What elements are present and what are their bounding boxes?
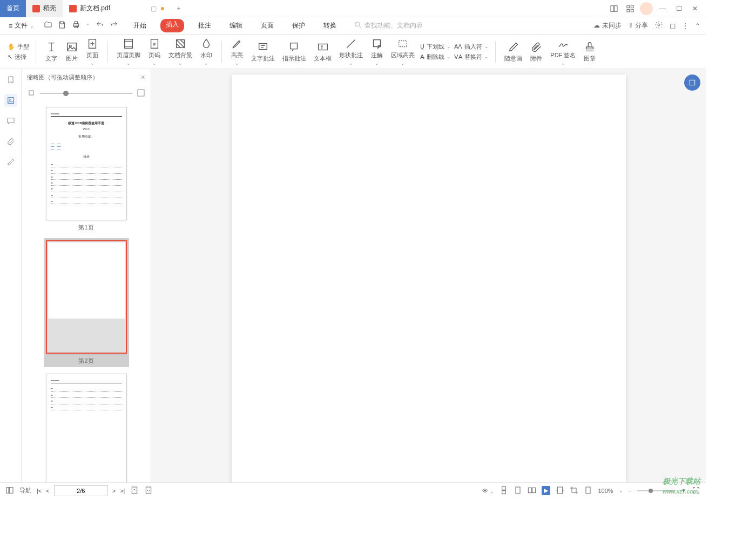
menu-convert[interactable]: 转换 xyxy=(319,19,341,32)
panel-close-button[interactable]: ✕ xyxy=(140,74,145,81)
svg-point-24 xyxy=(9,99,10,100)
undo-icon[interactable] xyxy=(96,21,104,31)
cursor-hand[interactable]: ✋手型 xyxy=(8,43,29,51)
share-button[interactable]: ⇪ 分享 xyxy=(628,21,648,30)
insert-before-icon[interactable] xyxy=(130,486,139,496)
window-icon[interactable]: ▢ xyxy=(670,22,676,30)
maximize-button[interactable]: ☐ xyxy=(672,2,685,15)
underline[interactable]: U̲下划线⌄ xyxy=(420,43,451,51)
sidetab-attach[interactable] xyxy=(4,135,17,148)
avatar-icon[interactable] xyxy=(640,2,653,15)
insert-char[interactable]: Aᐱ插入符⌄ xyxy=(454,43,489,51)
first-page-button[interactable]: |< xyxy=(37,488,42,494)
layout-icon[interactable] xyxy=(608,2,620,15)
document-view[interactable] xyxy=(151,69,706,482)
thumb-small-icon[interactable] xyxy=(27,89,36,99)
menu-page[interactable]: 页面 xyxy=(256,19,278,32)
divider xyxy=(107,41,108,63)
thumbnail-page-3[interactable]: ━━━━ ━━━━ xyxy=(46,374,127,482)
menu-protect[interactable]: 保护 xyxy=(288,19,309,32)
zoom-out-button[interactable]: − xyxy=(629,488,632,494)
prev-page-button[interactable]: < xyxy=(46,488,49,494)
crop-icon[interactable] xyxy=(570,486,578,496)
svg-rect-36 xyxy=(529,488,532,492)
gear-icon[interactable] xyxy=(654,21,663,31)
svg-rect-26 xyxy=(29,91,33,95)
tab-document[interactable]: 新文档.pdf ▢ xyxy=(63,0,171,17)
hand-icon: ✋ xyxy=(8,43,15,50)
collapse-ribbon-icon[interactable]: ⌃ xyxy=(695,22,700,30)
header-footer[interactable]: 页眉页脚⌄ xyxy=(114,37,143,66)
page-canvas[interactable] xyxy=(232,75,626,482)
freedraw[interactable]: 随意画 xyxy=(502,40,524,63)
open-icon[interactable] xyxy=(44,21,52,31)
save-icon[interactable] xyxy=(58,21,66,31)
eye-icon[interactable]: 👁 ⌄ xyxy=(482,488,494,494)
replace-char[interactable]: ᐯA替换符⌄ xyxy=(454,53,489,61)
chevron-down-icon[interactable]: ⌄ xyxy=(86,21,90,31)
shape-annotate[interactable]: 形状批注⌄ xyxy=(337,37,365,66)
thumbnail-page-1[interactable]: ━━━━ 极速 PDF编辑器使用手册 V3.0 常用功能。 ━━━━━━━━━ … xyxy=(46,107,127,232)
float-tools-button[interactable] xyxy=(684,75,700,91)
fit-page-icon[interactable] xyxy=(584,486,592,496)
page-input[interactable] xyxy=(54,485,108,496)
insert-image[interactable]: 图片 xyxy=(63,40,80,63)
insert-text[interactable]: 文字 xyxy=(43,40,60,63)
svg-rect-3 xyxy=(631,5,633,8)
menu-edit[interactable]: 编辑 xyxy=(225,19,247,32)
view-single-icon[interactable] xyxy=(514,486,522,496)
text-annotate[interactable]: 文字批注 xyxy=(249,40,277,63)
annotate-note[interactable]: 注解⌄ xyxy=(368,37,386,66)
sync-button[interactable]: ☁ 未同步 xyxy=(593,21,621,30)
indicate-annotate[interactable]: 指示批注 xyxy=(280,40,308,63)
last-page-button[interactable]: >| xyxy=(120,488,125,494)
sidetab-comment[interactable] xyxy=(4,114,17,127)
watermark[interactable]: 水印⌄ xyxy=(198,37,215,66)
shape-icon xyxy=(345,37,357,50)
strikethrough[interactable]: A̶删除线⌄ xyxy=(420,53,451,61)
menu-insert[interactable]: 插入 xyxy=(160,19,184,32)
close-button[interactable]: ✕ xyxy=(688,2,701,15)
pdf-sign[interactable]: PDF 签名⌄ xyxy=(548,37,578,66)
thumb-large-icon[interactable] xyxy=(137,89,145,99)
minimize-button[interactable]: — xyxy=(656,2,669,15)
attachment[interactable]: 附件 xyxy=(528,40,545,63)
menu-annotate[interactable]: 批注 xyxy=(194,19,215,32)
view-two-icon[interactable] xyxy=(528,486,536,496)
zoom-level[interactable]: 100% xyxy=(598,488,613,494)
sidetab-bookmark[interactable] xyxy=(4,73,17,86)
insert-page[interactable]: 页面⌄ xyxy=(84,37,101,66)
panel-title: 缩略图（可拖动调整顺序） xyxy=(27,73,98,82)
more-icon[interactable]: ⋮ xyxy=(682,22,688,30)
menu-start[interactable]: 开始 xyxy=(129,19,151,32)
view-continuous-icon[interactable] xyxy=(500,486,508,496)
search-input[interactable]: 查找功能、文档内容 xyxy=(354,21,423,31)
thumbnail-page-2[interactable]: 第2页 xyxy=(44,238,129,367)
stamp[interactable]: 图章 xyxy=(581,40,598,63)
area-icon xyxy=(396,37,409,50)
print-icon[interactable] xyxy=(72,21,80,31)
apps-icon[interactable] xyxy=(624,2,637,15)
highlight[interactable]: 高亮⌄ xyxy=(228,37,246,66)
next-page-button[interactable]: > xyxy=(112,488,116,494)
new-tab-button[interactable]: ＋ xyxy=(171,4,187,13)
replace-icon: ᐯA xyxy=(454,53,462,60)
file-menu[interactable]: ≡ 文件 ⌄ xyxy=(5,21,37,30)
text-box[interactable]: 文本框 xyxy=(312,40,334,63)
page-number[interactable]: #页码⌄ xyxy=(146,37,163,66)
redo-icon[interactable] xyxy=(110,21,118,31)
doc-background[interactable]: 文档背景⌄ xyxy=(166,37,194,66)
sidetab-sign[interactable] xyxy=(4,156,17,168)
nav-toggle[interactable] xyxy=(5,486,14,496)
tab-dock[interactable]: 稻壳 xyxy=(26,0,63,17)
stamp-icon xyxy=(583,40,596,53)
area-highlight[interactable]: 区域高亮⌄ xyxy=(389,37,417,66)
sidetab-thumbnail[interactable] xyxy=(4,94,17,107)
tab-home[interactable]: 首页 xyxy=(0,0,26,17)
tab-expand-icon[interactable]: ▢ xyxy=(151,5,157,12)
thumb-zoom-slider[interactable] xyxy=(40,93,132,94)
play-button[interactable]: ▶ xyxy=(542,486,550,495)
fit-width-icon[interactable] xyxy=(556,486,564,496)
cursor-select[interactable]: ↖选择 xyxy=(8,53,29,61)
insert-after-icon[interactable] xyxy=(144,486,153,496)
